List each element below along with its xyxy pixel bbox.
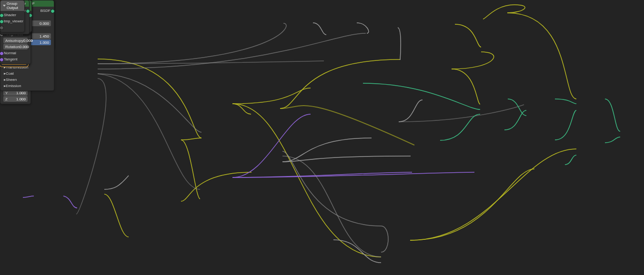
group-output-node[interactable]: Group Output Shader tmp_viewer [0, 0, 25, 32]
node-title: Group Output [7, 1, 21, 10]
